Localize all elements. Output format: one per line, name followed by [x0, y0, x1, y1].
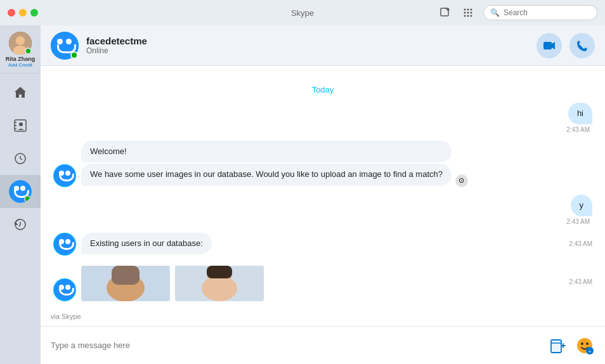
svg-point-4 [464, 12, 466, 14]
msg-avatar [53, 278, 76, 301]
svg-marker-25 [552, 42, 555, 49]
message-input[interactable] [51, 341, 548, 350]
msg-content: y 2:43 AM [566, 195, 592, 225]
message-row: 2:43 AM [53, 263, 592, 301]
sidebar-item-contacts[interactable] [0, 109, 41, 142]
svg-line-20 [20, 159, 22, 160]
svg-point-3 [471, 9, 472, 11]
clock-icon [12, 150, 29, 167]
svg-rect-29 [112, 266, 140, 285]
home-icon [12, 84, 29, 101]
audio-call-button[interactable] [569, 33, 595, 58]
send-file-button[interactable] [548, 335, 568, 356]
contacts-icon [12, 117, 29, 134]
minimize-button[interactable] [19, 9, 27, 16]
svg-line-23 [19, 224, 20, 226]
search-box[interactable]: 🔍 [483, 5, 597, 20]
chat-area: facedetectme Online [41, 25, 605, 364]
msg-content: Existing users in our database: [81, 233, 212, 256]
chat-header-actions [537, 33, 595, 58]
svg-rect-24 [543, 42, 552, 49]
user-avatar-wrap [9, 32, 32, 55]
msg-time: 2:43 AM [563, 278, 592, 285]
titlebar-right: 🔍 [438, 5, 597, 20]
sidebar-item-history[interactable] [0, 208, 41, 241]
msg-content: hi 2:43 AM [566, 103, 592, 133]
window-controls[interactable] [8, 9, 38, 16]
svg-point-6 [471, 12, 472, 14]
titlebar: Skype 🔍 [0, 0, 605, 25]
sidebar-nav [0, 74, 41, 241]
message-row: Welcome! We have some user images in our… [53, 141, 592, 186]
svg-point-2 [467, 9, 469, 11]
user-profile[interactable]: Rita Zhang Add Credit [0, 25, 41, 74]
svg-point-36 [581, 342, 583, 345]
date-label: Today [312, 85, 334, 94]
messages-area[interactable]: Today hi 2:43 AM Welcome! We have some u… [41, 66, 605, 326]
face-image-2 [175, 266, 264, 301]
msg-bubble: Welcome! [81, 141, 452, 162]
msg-avatar [53, 164, 76, 187]
compose-icon[interactable] [438, 5, 453, 20]
svg-point-8 [467, 15, 469, 17]
svg-point-11 [16, 36, 25, 45]
reaction-button[interactable]: ⊙ [455, 174, 468, 187]
msg-content [81, 263, 264, 301]
main-layout: Rita Zhang Add Credit [0, 25, 605, 364]
sidebar-item-active-chat[interactable] [0, 175, 41, 208]
svg-point-9 [471, 15, 472, 17]
msg-bubble: hi [568, 103, 592, 124]
close-button[interactable] [8, 9, 15, 16]
chat-header: facedetectme Online [41, 25, 605, 66]
svg-rect-33 [207, 266, 232, 278]
history-icon [12, 216, 29, 233]
msg-bubble: y [571, 195, 593, 216]
contact-name: facedetectme [86, 36, 537, 46]
svg-point-17 [19, 122, 23, 126]
msg-time: 2:43 AM [566, 126, 590, 133]
msg-content: Welcome! We have some user images in our… [81, 141, 452, 186]
msg-bubble: Existing users in our database: [81, 233, 212, 254]
sidebar-item-recent[interactable] [0, 142, 41, 175]
video-call-button[interactable] [537, 33, 562, 58]
svg-point-37 [586, 342, 589, 345]
active-online-dot [24, 195, 31, 202]
contact-info: facedetectme Online [86, 36, 537, 55]
svg-text:+: + [589, 349, 592, 354]
input-actions: + [548, 335, 595, 356]
via-skype-label: via Skype [51, 313, 81, 320]
face-image-1 [81, 266, 170, 301]
search-icon: 🔍 [490, 8, 500, 17]
search-input[interactable] [504, 8, 590, 17]
svg-point-1 [464, 9, 466, 11]
msg-time: 2:43 AM [566, 218, 590, 225]
svg-point-7 [464, 15, 466, 17]
message-row: hi 2:43 AM [53, 103, 592, 133]
message-row: y 2:43 AM [53, 195, 592, 225]
contact-avatar [51, 32, 79, 60]
add-credit-link[interactable]: Add Credit [8, 62, 32, 68]
dialpad-icon[interactable] [460, 5, 476, 20]
contact-status: Online [86, 46, 537, 55]
msg-bubble: We have some user images in our database… [81, 164, 452, 185]
msg-time: 2:43 AM [563, 240, 592, 247]
images-row [81, 266, 264, 301]
active-chat-avatar [9, 180, 32, 203]
maximize-button[interactable] [30, 9, 38, 16]
input-area: via Skype [41, 326, 605, 364]
sidebar-item-home[interactable] [0, 76, 41, 109]
app-title: Skype [291, 8, 314, 18]
user-name: Rita Zhang [6, 56, 36, 62]
svg-point-5 [467, 12, 469, 14]
user-online-dot [25, 48, 32, 55]
msg-avatar [53, 233, 76, 256]
svg-rect-34 [551, 340, 561, 353]
contact-online-dot [70, 51, 78, 59]
message-row: Existing users in our database: 2:43 AM [53, 233, 592, 256]
date-divider: Today [53, 84, 592, 95]
sidebar: Rita Zhang Add Credit [0, 25, 41, 364]
emoji-button[interactable]: + [575, 335, 595, 356]
